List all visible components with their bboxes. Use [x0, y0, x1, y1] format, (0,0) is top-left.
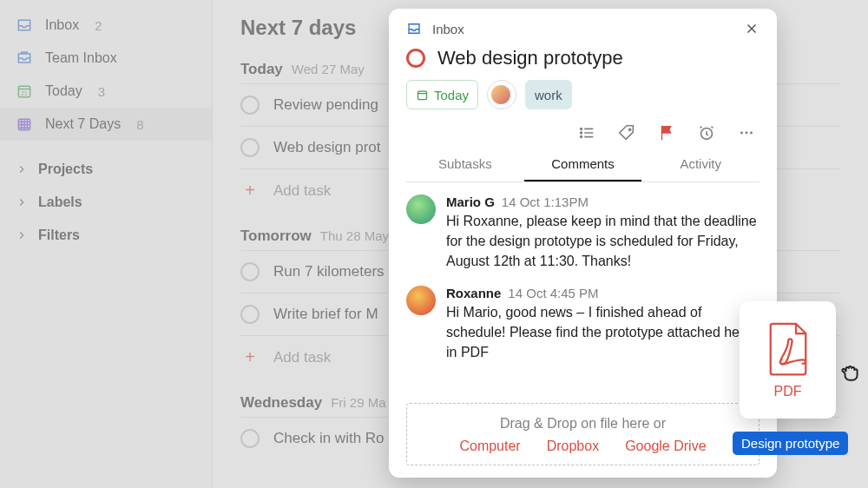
- upload-dropbox-link[interactable]: Dropbox: [547, 439, 599, 454]
- assignee-chip[interactable]: [487, 80, 516, 109]
- label-chip[interactable]: work: [525, 80, 572, 109]
- tab-comments[interactable]: Comments: [524, 148, 642, 181]
- svg-point-9: [740, 132, 743, 135]
- comment-author: Mario G: [446, 195, 495, 209]
- svg-point-7: [629, 129, 631, 130]
- comment-body: Hi Mario, good news – I finished ahead o…: [446, 302, 760, 363]
- svg-point-6: [581, 136, 582, 138]
- comment-body: Hi Roxanne, please keep in mind that the…: [446, 211, 760, 272]
- calendar-icon: [416, 89, 429, 102]
- more-icon[interactable]: [737, 123, 756, 142]
- avatar: [491, 85, 510, 104]
- breadcrumb[interactable]: Inbox: [432, 22, 464, 36]
- avatar[interactable]: [406, 195, 436, 224]
- reminder-icon[interactable]: [697, 123, 716, 142]
- tab-subtasks[interactable]: Subtasks: [406, 148, 524, 181]
- comment: Mario G14 Oct 1:13PM Hi Roxanne, please …: [406, 195, 760, 272]
- comment-timestamp: 14 Oct 4:45 PM: [508, 286, 598, 300]
- svg-point-11: [750, 132, 753, 135]
- due-date-chip[interactable]: Today: [406, 80, 478, 109]
- svg-point-5: [581, 132, 582, 134]
- dragged-file-preview[interactable]: PDF: [740, 301, 836, 419]
- comment: Roxanne14 Oct 4:45 PM Hi Mario, good new…: [406, 286, 760, 363]
- task-detail-title[interactable]: Web design prototype: [437, 47, 623, 69]
- upload-googledrive-link[interactable]: Google Drive: [625, 439, 706, 454]
- task-complete-ring[interactable]: [406, 49, 425, 68]
- inbox-icon: [406, 21, 422, 36]
- grab-cursor-icon: [839, 361, 862, 384]
- dragged-file-name-badge: Design prototype: [733, 432, 848, 455]
- comment-timestamp: 14 Oct 1:13PM: [502, 195, 589, 209]
- upload-computer-link[interactable]: Computer: [459, 439, 520, 454]
- tag-icon[interactable]: [617, 123, 636, 142]
- svg-point-4: [581, 129, 582, 130]
- attachment-dropzone[interactable]: Drag & Drop on file here or Computer Dro…: [406, 403, 760, 465]
- comment-author: Roxanne: [446, 286, 501, 300]
- due-date-label: Today: [434, 88, 469, 102]
- close-icon[interactable]: [744, 21, 760, 36]
- label-chip-text: work: [535, 88, 562, 102]
- file-type-label: PDF: [774, 384, 802, 399]
- avatar[interactable]: [406, 286, 436, 315]
- flag-icon[interactable]: [657, 123, 676, 142]
- list-icon[interactable]: [577, 123, 596, 142]
- tab-activity[interactable]: Activity: [641, 148, 760, 181]
- svg-point-10: [746, 132, 748, 135]
- svg-rect-3: [418, 91, 427, 99]
- detail-tabs: Subtasks Comments Activity: [406, 148, 760, 182]
- comments-panel: Mario G14 Oct 1:13PM Hi Roxanne, please …: [389, 182, 777, 398]
- task-detail-modal: Inbox Web design prototype Today work Su…: [389, 9, 777, 478]
- dropzone-title: Drag & Drop on file here or: [416, 416, 750, 432]
- pdf-file-icon: [765, 321, 812, 377]
